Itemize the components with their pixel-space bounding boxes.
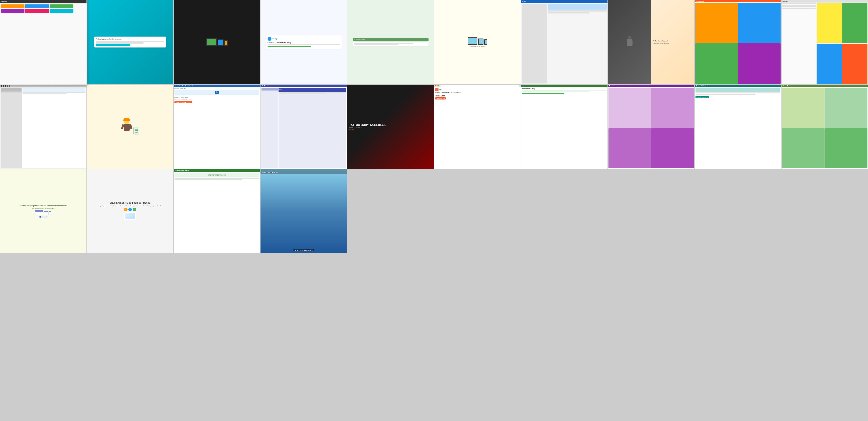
create-free-ocean-title: Create a Free Website — [262, 171, 278, 173]
result-r2c7[interactable]: website Welcome back Mary — [521, 85, 608, 169]
result-r3c1[interactable]: Build amazing responsive websites with a… — [0, 169, 87, 254]
result-r2c1[interactable] — [0, 85, 87, 169]
sitejam-logo: SiteJam — [1, 1, 7, 2]
result-r1c10[interactable]: Category — [781, 0, 868, 84]
result-r3c3[interactable]: Your Company Home CREATE A FREE WEBSITE — [174, 169, 260, 254]
result-r2c10[interactable]: Green Templates — [781, 85, 868, 169]
responsive-builder-title: Build amazing responsive websites with a… — [20, 205, 66, 207]
result-r1c8[interactable]: Professional Website Build your online p… — [608, 0, 694, 84]
result-r2c5[interactable]: TATTOO BODY INCREDIBLE BODY INCREDIBLE E… — [347, 85, 434, 169]
result-r1c9[interactable]: Website Builder — [695, 0, 781, 84]
result-r1c3[interactable] — [174, 0, 260, 84]
result-r2c6[interactable]: i idly Create a website for your busines… — [434, 85, 521, 169]
result-r1c1[interactable]: SiteJam — [0, 0, 87, 85]
result-r2c9[interactable]: Preview Website.com Preview-website.com — [695, 85, 781, 169]
search-results-grid: SiteJam A simple, powerful website creat… — [0, 0, 868, 421]
result-r2c3[interactable]: Make Your Own Free Website Call 1-800-80… — [174, 85, 260, 169]
build-for-label: Build for Desktops + Tablets + Mobile — [32, 208, 54, 209]
tattoo-title: TATTOO BODY INCREDIBLE — [349, 124, 386, 126]
result-r1c2[interactable]: A simple, powerful website creator — [87, 0, 173, 84]
online-software-title: ONLINE WEBSITE BUILDER SOFTWARE — [110, 202, 150, 204]
result-r1c4[interactable]: netelip Create a Free Website Today — [260, 0, 347, 84]
make-own-title: Make Your Own Free Website — [174, 85, 260, 87]
result-r1c7[interactable]: Logo — [521, 0, 608, 84]
result-r1c6[interactable]: Responsive for all devices — [434, 0, 521, 84]
result-r3c4[interactable]: Create a Free Website CREATE A FREE WEBS… — [260, 169, 347, 254]
result-r2c8[interactable]: Templates — [608, 85, 694, 169]
result-r1c5[interactable]: Mi página personal — [347, 0, 434, 84]
result-r2c2[interactable]: YOURWEBSITE — [87, 85, 173, 169]
result-r3c2[interactable]: ONLINE WEBSITE BUILDER SOFTWARE Comparin… — [87, 169, 173, 254]
idly-title: Create a website for your business. — [435, 92, 462, 94]
result-r2c4[interactable]: Mix Future Editor — [260, 85, 347, 169]
create-free-title: Create a Free Website Today — [268, 42, 340, 43]
